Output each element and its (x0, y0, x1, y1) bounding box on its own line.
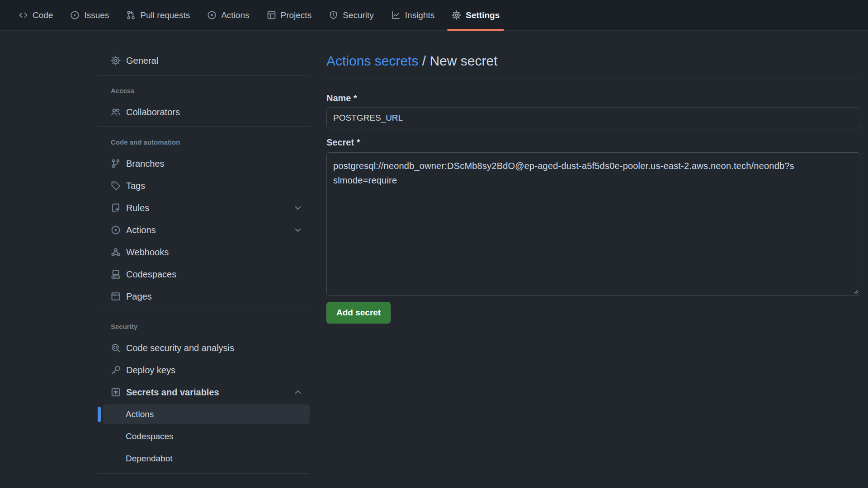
nav-tab-label: Pull requests (140, 10, 190, 20)
nav-tab-label: Security (343, 10, 374, 20)
heading-divider (326, 79, 860, 79)
sidebar-item-deploy-keys[interactable]: Deploy keys (97, 360, 310, 380)
sidebar-section-security: Security (97, 323, 310, 330)
gear-icon (452, 10, 461, 20)
codescan-icon (111, 343, 121, 353)
nav-tab-security[interactable]: Security (324, 0, 379, 30)
nav-tab-label: Issues (84, 10, 109, 20)
nav-tab-label: Settings (466, 10, 500, 20)
sidebar-subitem-label: Codespaces (126, 432, 174, 441)
nav-tab-settings[interactable]: Settings (447, 0, 505, 30)
code-icon (19, 10, 28, 20)
sidebar-item-label: Codespaces (126, 269, 176, 280)
chevron-up-icon (293, 388, 302, 397)
gear-icon (111, 56, 121, 66)
breadcrumb-separator: / (418, 53, 429, 68)
nav-tab-issues[interactable]: Issues (65, 0, 114, 30)
asterisk-box-icon (111, 387, 121, 397)
sidebar-section-code-and-automation: Code and automation (97, 138, 310, 146)
git-pull-request-icon (126, 10, 136, 20)
sidebar-item-label: Webhooks (126, 247, 169, 258)
sidebar-subitem-dependabot-secrets[interactable]: Dependabot (103, 449, 310, 469)
sidebar-item-rules[interactable]: Rules (97, 198, 310, 218)
chevron-down-icon (293, 225, 302, 235)
nav-tab-insights[interactable]: Insights (386, 0, 439, 30)
sidebar-item-label: Secrets and variables (126, 387, 219, 398)
nav-tab-projects[interactable]: Projects (262, 0, 317, 30)
nav-tab-label: Projects (281, 10, 312, 20)
sidebar-item-label: Actions (126, 225, 156, 235)
graph-icon (391, 10, 401, 20)
sidebar-item-webhooks[interactable]: Webhooks (97, 242, 310, 262)
actions-secrets-breadcrumb-link[interactable]: Actions secrets (326, 53, 418, 68)
sidebar-item-codespaces[interactable]: Codespaces (97, 264, 310, 284)
nav-tab-label: Insights (405, 10, 434, 20)
secret-name-input[interactable] (326, 108, 860, 128)
secret-field-label: Secret * (326, 137, 860, 148)
issue-opened-icon (70, 10, 80, 20)
sidebar-item-general[interactable]: General (97, 51, 310, 70)
page-title: Actions secrets / New secret (326, 52, 860, 70)
shield-icon (329, 10, 338, 20)
sidebar-item-label: Code security and analysis (126, 343, 234, 353)
sidebar-item-pages[interactable]: Pages (97, 286, 310, 306)
sidebar-item-actions[interactable]: Actions (97, 220, 310, 240)
sidebar-divider (97, 127, 310, 127)
browser-icon (111, 291, 121, 301)
repo-push-icon (111, 203, 121, 213)
breadcrumb-current: New secret (429, 53, 497, 68)
sidebar-item-collaborators[interactable]: Collaborators (97, 102, 310, 122)
codespaces-icon (111, 269, 121, 279)
nav-tab-label: Actions (221, 10, 249, 20)
sidebar-item-label: Deploy keys (126, 365, 175, 375)
play-icon (111, 225, 121, 235)
sidebar-item-code-security-and-analysis[interactable]: Code security and analysis (97, 338, 310, 358)
sidebar-item-label: Branches (126, 159, 165, 169)
sidebar-subitem-actions-secrets[interactable]: Actions (103, 404, 310, 424)
secret-value-textarea[interactable] (326, 152, 860, 296)
table-icon (267, 10, 276, 20)
nav-tab-label: Code (33, 10, 53, 20)
sidebar-item-branches[interactable]: Branches (97, 154, 310, 174)
tag-icon (111, 181, 121, 191)
sidebar-item-label: Tags (126, 181, 145, 191)
sidebar-subitem-label: Actions (126, 409, 154, 419)
sidebar-divider (97, 75, 310, 75)
people-icon (111, 107, 121, 117)
chevron-down-icon (293, 203, 302, 212)
sidebar-item-tags[interactable]: Tags (97, 176, 310, 196)
sidebar-section-access: Access (97, 87, 310, 94)
sidebar-item-label: General (126, 56, 158, 66)
nav-tab-code[interactable]: Code (14, 0, 58, 30)
repo-nav: Code Issues Pull requests Actions Projec… (0, 0, 868, 31)
sidebar-divider (97, 473, 310, 474)
play-icon (207, 10, 217, 20)
settings-sidebar: General Access Collaborators Code and au… (97, 31, 310, 474)
webhook-icon (111, 247, 121, 257)
key-icon (111, 365, 121, 375)
sidebar-divider (97, 311, 310, 311)
sidebar-subitem-label: Dependabot (126, 454, 173, 464)
nav-tab-pull-requests[interactable]: Pull requests (121, 0, 195, 30)
sidebar-subitem-codespaces-secrets[interactable]: Codespaces (103, 427, 310, 446)
sidebar-item-secrets-and-variables[interactable]: Secrets and variables (97, 382, 310, 402)
add-secret-button[interactable]: Add secret (326, 302, 391, 324)
sidebar-item-label: Pages (126, 291, 152, 302)
name-field-label: Name * (326, 93, 860, 103)
sidebar-item-label: Rules (126, 203, 149, 213)
git-branch-icon (111, 159, 121, 169)
secret-value-wrapper (326, 152, 860, 296)
new-secret-panel: Actions secrets / New secret Name * Secr… (310, 31, 868, 324)
sidebar-item-label: Collaborators (126, 107, 180, 117)
nav-tab-actions[interactable]: Actions (202, 0, 254, 30)
